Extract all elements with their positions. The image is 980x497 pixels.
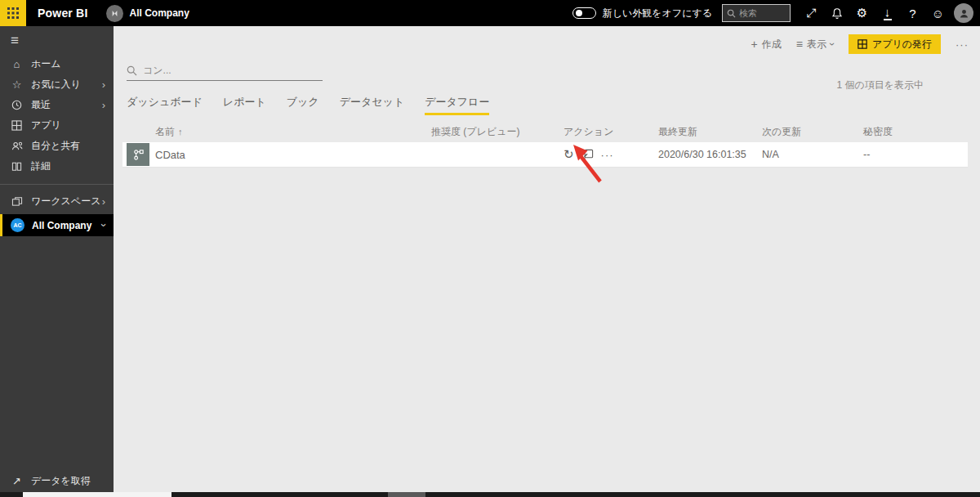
horizontal-scrollbar[interactable] <box>0 492 980 497</box>
download-button[interactable]: ↓ <box>875 0 900 26</box>
product-name[interactable]: Power BI <box>38 7 88 20</box>
sidebar-item-recent[interactable]: 最近 › <box>0 95 114 115</box>
sidebar-item-label: お気に入り <box>31 78 81 92</box>
apps-icon <box>11 120 23 131</box>
tab-reports[interactable]: レポート <box>223 95 266 115</box>
nav-collapse-button[interactable]: ≡ <box>0 26 114 54</box>
edit-dataflow-icon[interactable] <box>581 149 594 161</box>
row-next-refresh: N/A <box>762 149 863 160</box>
app-launcher-button[interactable] <box>0 0 26 26</box>
sidebar-item-shared-with-me[interactable]: 自分と共有 <box>0 136 114 156</box>
column-header-actions: アクション <box>564 125 658 139</box>
view-button[interactable]: ≡ 表示 › <box>796 38 834 51</box>
tab-workbooks[interactable]: ブック <box>287 95 319 115</box>
publish-app-label: アプリの発行 <box>872 38 932 51</box>
publish-app-button[interactable]: アプリの発行 <box>849 34 941 54</box>
fullscreen-button[interactable]: ⤢ <box>799 0 824 26</box>
refresh-icon[interactable]: ↻ <box>564 147 574 162</box>
feedback-button[interactable]: ☺ <box>925 0 951 26</box>
dataflow-icon <box>127 143 149 166</box>
sidebar-item-favorites[interactable]: ☆ お気に入り › <box>0 74 114 95</box>
table-header: 名前↑ 推奨度 (プレビュー) アクション 最終更新 次の更新 秘密度 <box>122 121 968 142</box>
content-search-input[interactable] <box>143 65 306 77</box>
main-content: + 作成 ≡ 表示 › アプリの発行 ··· ダッシュボード レポート <box>114 26 980 497</box>
download-icon: ↓ <box>884 6 892 20</box>
sidebar-item-label: 最近 <box>31 98 51 112</box>
tab-datasets[interactable]: データセット <box>340 95 405 115</box>
clock-icon <box>11 100 23 110</box>
search-icon <box>727 9 736 18</box>
top-app-bar: Power BI All Company 新しい外観をオフにする ⤢ ⚙ ↓ ?… <box>0 0 980 26</box>
book-icon <box>11 161 23 172</box>
workspace-logo-icon <box>109 8 120 19</box>
view-label: 表示 <box>807 38 826 51</box>
more-options-button[interactable]: ··· <box>956 38 969 51</box>
create-label: 作成 <box>762 38 782 51</box>
view-lines-icon: ≡ <box>796 38 803 51</box>
scrollbar-thumb[interactable] <box>23 492 172 497</box>
account-avatar-button[interactable] <box>954 3 973 23</box>
column-header-sensitivity[interactable]: 秘密度 <box>863 125 968 139</box>
search-icon <box>127 65 137 76</box>
content-toolbar: + 作成 ≡ 表示 › アプリの発行 ··· <box>114 26 980 54</box>
smiley-icon: ☺ <box>932 7 944 20</box>
sidebar-item-learn[interactable]: 詳細 <box>0 156 114 177</box>
navigation-sidebar: ≡ ⌂ ホーム ☆ お気に入り › 最近 › アプリ 自分と共 <box>0 26 114 497</box>
diagonal-arrow-icon: ↗ <box>11 475 23 487</box>
help-button[interactable]: ? <box>900 0 925 26</box>
chevron-down-icon: › <box>826 43 838 46</box>
sidebar-item-workspaces[interactable]: ワークスペース › <box>0 191 114 212</box>
chevron-down-icon: › <box>97 223 109 226</box>
tab-dataflows[interactable]: データフロー <box>425 95 489 115</box>
app-grid-icon <box>858 39 867 49</box>
row-name[interactable]: CData <box>155 149 431 161</box>
gear-icon: ⚙ <box>857 6 867 20</box>
selected-workspace-label: All Company <box>32 220 91 231</box>
sidebar-item-label: ワークスペース <box>31 195 100 208</box>
row-sensitivity: -- <box>863 149 968 160</box>
scrollbar-segment[interactable] <box>388 492 425 497</box>
expand-icon: ⤢ <box>806 6 816 20</box>
sidebar-item-all-company[interactable]: AC All Company › <box>0 214 114 236</box>
content-tabs: ダッシュボード レポート ブック データセット データフロー <box>127 95 980 115</box>
topbar-search-input[interactable] <box>739 8 785 18</box>
chevron-right-icon: › <box>102 99 105 111</box>
column-header-name[interactable]: 名前↑ <box>155 125 431 139</box>
new-look-toggle-label: 新しい外観をオフにする <box>603 7 712 20</box>
help-icon: ? <box>909 7 915 20</box>
more-icon: ··· <box>956 38 969 51</box>
notifications-button[interactable] <box>824 0 849 26</box>
column-header-last-refresh[interactable]: 最終更新 <box>658 125 762 139</box>
sidebar-item-label: ホーム <box>31 57 61 71</box>
create-button[interactable]: + 作成 <box>751 38 782 51</box>
star-icon: ☆ <box>11 78 23 91</box>
row-actions: ↻ ··· <box>564 147 658 162</box>
topbar-workspace-name: All Company <box>130 7 189 19</box>
sidebar-item-label: アプリ <box>31 119 61 132</box>
chevron-right-icon: › <box>102 78 105 91</box>
column-header-next-refresh[interactable]: 次の更新 <box>762 125 863 139</box>
sidebar-item-apps[interactable]: アプリ <box>0 115 114 136</box>
tab-dashboards[interactable]: ダッシュボード <box>127 95 203 115</box>
table-row[interactable]: CData ↻ ··· 2020/6/30 16:01:35 N/A -- <box>122 142 968 168</box>
settings-button[interactable]: ⚙ <box>849 0 875 26</box>
sidebar-item-home[interactable]: ⌂ ホーム <box>0 54 114 74</box>
sort-ascending-icon: ↑ <box>178 127 183 137</box>
shared-people-icon <box>11 141 23 151</box>
sidebar-divider <box>0 184 114 185</box>
new-look-toggle[interactable] <box>572 7 596 19</box>
workspace-avatar[interactable] <box>106 5 123 22</box>
selected-accent-bar <box>0 214 2 236</box>
items-count-text: 1 個の項目を表示中 <box>836 78 924 92</box>
content-search-box[interactable] <box>127 61 323 81</box>
chevron-right-icon: › <box>102 195 105 208</box>
sidebar-item-label: 詳細 <box>31 159 51 173</box>
column-header-endorsement[interactable]: 推奨度 (プレビュー) <box>431 125 564 139</box>
topbar-search-box[interactable] <box>722 4 791 22</box>
get-data-button[interactable]: ↗ データを取得 <box>0 471 114 490</box>
row-more-icon[interactable]: ··· <box>601 149 614 161</box>
plus-icon: + <box>751 38 758 51</box>
bell-icon <box>831 7 843 20</box>
row-last-refresh: 2020/6/30 16:01:35 <box>658 149 762 160</box>
sidebar-item-label: 自分と共有 <box>31 139 80 153</box>
